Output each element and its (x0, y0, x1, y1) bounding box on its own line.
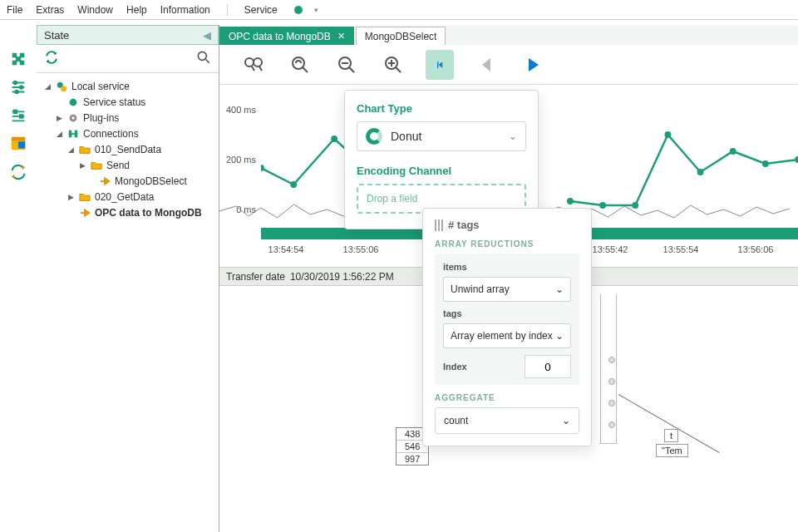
svg-point-1 (20, 86, 23, 89)
expand-icon[interactable] (43, 82, 52, 91)
tree-service-status[interactable]: Service status (43, 94, 215, 110)
close-icon[interactable]: ✕ (337, 31, 345, 42)
diagram-node-t[interactable]: t (664, 429, 678, 442)
svg-point-33 (795, 156, 798, 163)
chart-toolbar (219, 45, 798, 85)
state-panel-collapse[interactable]: ◀ (203, 29, 211, 42)
tree-020-getdata[interactable]: 020_GetData (43, 189, 215, 204)
rail-archive-icon[interactable] (5, 133, 32, 155)
svg-point-32 (762, 160, 769, 167)
svg-point-13 (71, 116, 75, 120)
svg-rect-15 (69, 130, 72, 137)
refresh-icon[interactable] (43, 49, 60, 68)
expand-icon[interactable] (78, 161, 86, 170)
arrow-right-icon (78, 207, 91, 219)
tree-connections[interactable]: Connections (43, 126, 215, 141)
tree-010-senddata[interactable]: 010_SendData (43, 141, 215, 157)
tree-send[interactable]: Send (43, 157, 215, 173)
x-tick: 13:54:54 (268, 244, 304, 254)
svg-point-30 (697, 169, 704, 175)
items-select[interactable]: Unwind array⌄ (443, 277, 571, 302)
tree-label: MongoDBSelect (115, 175, 187, 187)
status-icon (66, 96, 80, 108)
menu-information[interactable]: Information (160, 4, 210, 16)
svg-rect-6 (12, 137, 26, 141)
tab-label: OPC data to MongoDB (229, 31, 331, 42)
x-tick: 13:55:42 (593, 244, 628, 254)
aggregate-select[interactable]: count⌄ (435, 407, 579, 434)
menu-file[interactable]: File (7, 4, 22, 16)
rail-sliders-icon[interactable] (5, 76, 32, 98)
prev-icon[interactable] (472, 51, 500, 79)
tags-popover-header[interactable]: # tags (435, 219, 579, 231)
search-icon[interactable] (195, 49, 212, 68)
tree-root[interactable]: Local service (43, 78, 215, 94)
tags-popover: # tags ARRAY REDUCTIONS items Unwind arr… (422, 208, 592, 446)
tree-label: Connections (83, 128, 139, 140)
service-icon (55, 81, 68, 92)
tree-label: Send (106, 160, 130, 171)
tags-select[interactable]: Array element by index⌄ (443, 323, 571, 348)
expand-icon[interactable] (66, 193, 75, 201)
rail-sliders2-icon[interactable] (5, 105, 32, 126)
y-tick: 200 ms (226, 155, 256, 165)
tree-plugins[interactable]: Plug-ins (43, 110, 215, 126)
expand-icon[interactable] (66, 145, 75, 154)
menu-extras[interactable]: Extras (36, 4, 64, 16)
svg-point-31 (730, 148, 736, 155)
expand-icon[interactable] (55, 114, 63, 122)
index-input[interactable] (525, 355, 571, 378)
left-rail (0, 45, 37, 186)
chevron-down-icon: ⌄ (555, 330, 564, 342)
tree-mongoselect[interactable]: MongoDBSelect (43, 173, 215, 189)
svg-point-11 (70, 98, 77, 106)
find-icon[interactable] (239, 51, 268, 79)
state-panel-title: State (44, 29, 69, 42)
chart-type-select[interactable]: Donut ⌄ (357, 121, 526, 151)
play-icon[interactable] (519, 51, 547, 79)
zoom-reset-icon[interactable] (286, 51, 314, 79)
array-reductions-section: ARRAY REDUCTIONS (435, 239, 579, 249)
menu-help[interactable]: Help (126, 4, 147, 16)
chart-type-title: Chart Type (357, 102, 526, 115)
drag-handle-icon[interactable] (435, 219, 443, 231)
svg-point-23 (290, 181, 297, 188)
rail-puzzle-icon[interactable] (5, 48, 32, 70)
svg-point-29 (664, 131, 671, 138)
items-label: items (443, 262, 571, 272)
tab-mongodbselect[interactable]: MongoDBSelect (356, 27, 446, 45)
svg-rect-4 (20, 115, 23, 118)
expand-icon[interactable] (55, 130, 63, 138)
index-label: Index (443, 362, 467, 372)
service-status-dot (294, 6, 303, 14)
tree: Local service Service status Plug-ins Co… (37, 73, 219, 225)
x-tick: 13:55:06 (343, 244, 379, 254)
select-value: Array element by index (451, 330, 553, 342)
diagram-container (600, 294, 617, 444)
menu-window[interactable]: Window (77, 4, 113, 16)
tab-label: MongoDBSelect (365, 31, 437, 42)
status-label: Transfer date (226, 271, 285, 283)
tab-opc-mongodb[interactable]: OPC data to MongoDB✕ (219, 27, 354, 45)
zoom-in-icon[interactable] (379, 51, 407, 79)
value-cell: 997 (397, 453, 428, 465)
arrow-right-icon (98, 175, 111, 187)
chevron-down-icon: ⌄ (555, 283, 564, 295)
service-status-caret[interactable]: ▾ (314, 6, 318, 14)
connections-icon (66, 128, 80, 140)
zoom-out-icon[interactable] (332, 51, 361, 79)
tags-title: # tags (448, 219, 480, 231)
y-tick: 400 ms (226, 105, 256, 115)
menu-service[interactable]: Service (244, 4, 278, 16)
svg-point-19 (293, 57, 304, 69)
skip-start-icon[interactable] (426, 50, 454, 80)
svg-point-17 (245, 58, 254, 66)
svg-point-10 (61, 86, 66, 91)
rail-sync-icon[interactable] (5, 161, 32, 183)
svg-point-18 (254, 58, 262, 66)
aggregate-section: AGGREGATE (435, 393, 579, 402)
diagram-node-tem[interactable]: "Tem (656, 444, 688, 457)
select-value: count (444, 415, 468, 426)
status-value: 10/30/2019 1:56:22 PM (290, 271, 394, 283)
tree-opc[interactable]: OPC data to MongoDB (43, 204, 215, 220)
